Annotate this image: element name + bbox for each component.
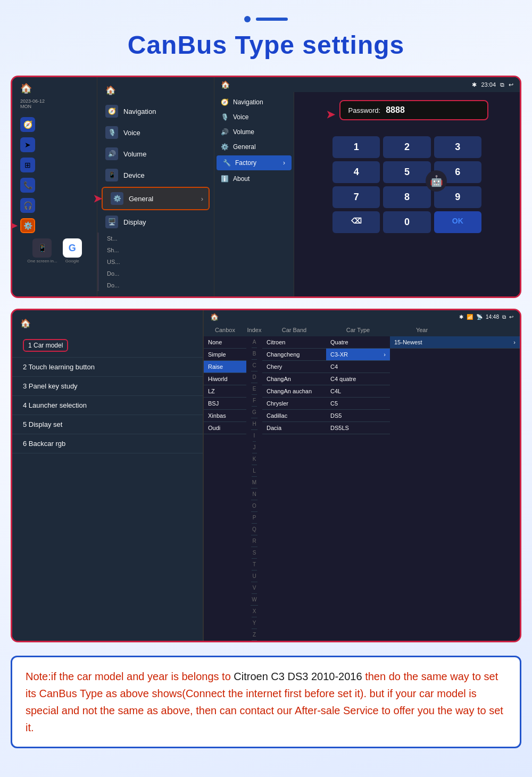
th-year: Year [390,327,454,333]
band-chery[interactable]: Chery [262,361,326,373]
idx-n: N [251,489,257,500]
touch-learning-item[interactable]: 2 Touch learning button [12,358,203,377]
canbox-hiworld[interactable]: Hiworld [204,373,246,385]
type-c4l[interactable]: C4L [326,385,390,398]
numpad-4[interactable]: 4 [332,161,380,183]
idx-h: H [251,418,257,430]
signal-icon: 📡 [476,314,483,320]
phone-icon: 📞 [20,178,35,193]
screen1-icon-row: 📞 [20,178,94,193]
idx-t: T [252,559,257,571]
clock-time: 23:04 [481,81,496,88]
s3-menu-navigation[interactable]: 🧭 Navigation [214,95,294,110]
google-app: G Google [63,238,82,263]
menu-voice-label: Voice [123,129,140,137]
menu-general[interactable]: ➤ ⚙️ General › [102,187,210,210]
panel-key-label: 3 Panel key study [23,382,78,390]
type-c4[interactable]: C4 [326,361,390,373]
general-menu-icon: ⚙️ [111,192,123,205]
type-quatre[interactable]: Quatre [326,336,390,349]
idx-u: U [251,571,257,582]
numpad-5[interactable]: 5 [383,161,430,183]
numpad-7[interactable]: 7 [332,186,380,208]
numpad-ok[interactable]: OK [434,211,481,233]
canbox-none[interactable]: None [204,336,246,349]
type-c3xr[interactable]: C3-XR › [326,349,390,361]
band-citroen[interactable]: Citroen [262,336,326,349]
s3-nav-icon: 🧭 [221,98,229,106]
s3-menu-voice[interactable]: 🎙️ Voice [214,110,294,125]
numpad-3[interactable]: 3 [434,136,481,158]
band-dacia[interactable]: Dacia [262,422,326,434]
numpad-delete[interactable]: ⌫ [332,211,380,233]
nav-icon: 🧭 [20,117,35,132]
menu-display-label: Display [123,218,146,226]
window2-icon: ⧉ [502,314,506,320]
idx-q: Q [251,524,257,535]
screen3-right-panel: ➤ Password: 8888 1 2 3 4 5 6 7 [294,92,520,296]
note-section: Note:if the car model and year is belong… [11,656,521,748]
canbox-lz[interactable]: LZ [204,385,246,398]
canbox-xinbas[interactable]: Xinbas [204,410,246,422]
idx-c: C [251,360,257,371]
numpad-2[interactable]: 2 [383,136,430,158]
wifi-icon: 📶 [467,314,473,320]
menu-voice[interactable]: 🎙️ Voice [97,122,214,143]
menu-device-label: Device [123,171,145,179]
idx-a: A [252,336,257,348]
note-text: Note:if the car model and year is belong… [26,668,506,736]
band-changan-auchan[interactable]: ChangAn auchan [262,385,326,398]
canbox-oudi[interactable]: Oudi [204,422,246,434]
col-canbox: None Simple Raise Hiworld LZ BSJ Xinbas … [204,336,246,641]
menu-device[interactable]: 📱 Device [97,164,214,186]
band-changan[interactable]: ChangAn [262,373,326,385]
car-model-item[interactable]: ➤ 1 Car model [12,334,203,358]
numpad-1[interactable]: 1 [332,136,380,158]
s3-factory-label: Factory [235,159,256,167]
idx-k: K [252,453,257,465]
canbox-bsj[interactable]: BSJ [204,398,246,410]
menu-volume[interactable]: 🔊 Volume [97,143,214,164]
s3-volume-icon: 🔊 [221,128,229,136]
canbox-simple[interactable]: Simple [204,349,246,361]
volume-menu-icon: 🔊 [105,147,118,160]
type-c4quatre[interactable]: C4 quatre [326,373,390,385]
numpad-8[interactable]: 8 [383,186,430,208]
panel-key-item[interactable]: 3 Panel key study [12,377,203,396]
s3-factory-icon: 🔧 [223,159,231,167]
band-changcheng[interactable]: Changcheng [262,349,326,361]
s3-menu-factory[interactable]: 🔧 Factory › [217,155,292,170]
display-set-item[interactable]: 5 Display set [12,415,203,434]
password-arrow: ➤ [326,108,335,121]
dot-circle [244,16,251,22]
menu-display[interactable]: 🖥️ Display [97,211,214,233]
menu-volume-label: Volume [123,150,146,158]
band-cadillac[interactable]: Cadillac [262,410,326,422]
band-chrysler[interactable]: Chrysler [262,398,326,410]
th-cartype: Car Type [326,327,390,333]
s3-menu-volume[interactable]: 🔊 Volume [214,125,294,139]
bottom-time: 14:48 [486,314,499,320]
touch-learning-label: 2 Touch learning button [23,363,95,371]
numpad-0[interactable]: 0 [383,211,430,233]
idx-v: V [252,582,257,594]
menu-navigation[interactable]: 🧭 Navigation [97,101,214,122]
screen1-icon-row: 🎧 [20,198,94,213]
idx-d: D [251,371,257,383]
s3-general-icon: ⚙️ [221,143,229,151]
type-c5[interactable]: C5 [326,398,390,410]
year-15newest[interactable]: 15-Newest › [390,336,520,349]
idx-o: O [251,500,257,512]
type-ds5[interactable]: DS5 [326,410,390,422]
launcher-item[interactable]: 4 Launcher selection [12,396,203,415]
s3-menu-about[interactable]: ℹ️ About [214,171,294,186]
col-index: A B C D E F G H I J K L M N O [246,336,262,641]
s3-menu-general[interactable]: ⚙️ General [214,139,294,154]
top-screenshot-container: 🏠 2023-06-12 MON 🧭 ➤ ⊞ 📞 🎧 [11,76,521,298]
s3-voice-icon: 🎙️ [221,113,229,121]
canbox-raise[interactable]: Raise [204,361,246,373]
canbus-table: Canbox Index Car Band Car Type Year None… [204,324,520,641]
type-ds5ls[interactable]: DS5LS [326,422,390,434]
backcar-item[interactable]: 6 Backcar rgb [12,434,203,453]
password-container: ➤ Password: 8888 [326,100,488,128]
